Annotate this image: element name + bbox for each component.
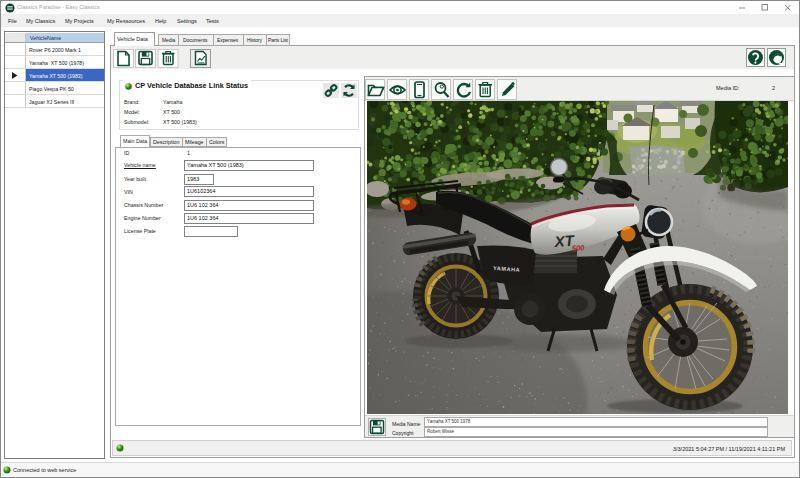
svg-text:500: 500 [572, 243, 586, 253]
